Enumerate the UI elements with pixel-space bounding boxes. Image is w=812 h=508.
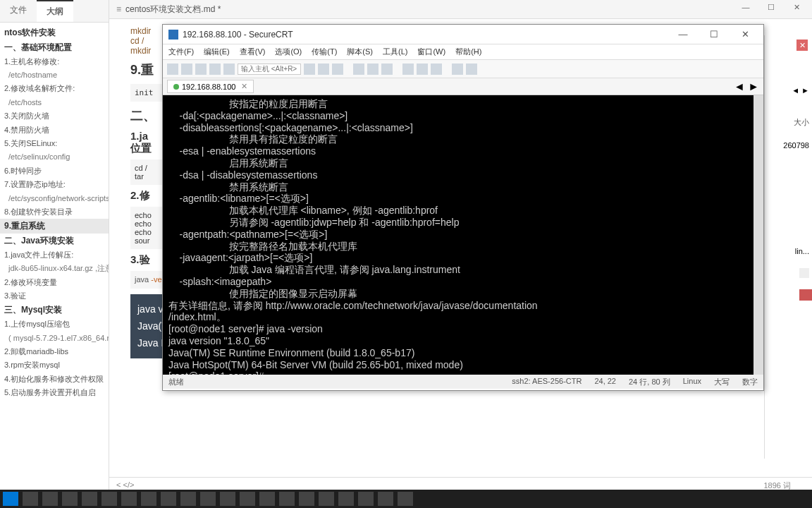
- copy-icon[interactable]: [304, 64, 315, 75]
- outline-item[interactable]: ntos软件安装: [0, 25, 109, 40]
- outline-item[interactable]: 4.初始化服务和修改文件权限: [0, 373, 109, 386]
- chrome-icon[interactable]: [121, 492, 137, 506]
- session-icon[interactable]: [195, 64, 207, 75]
- terminal-tabbar: 192.168.88.100 ✕ ◄ ►: [163, 78, 763, 95]
- outline-list[interactable]: ntos软件安装一、基础环境配置1.主机名称修改:/etc/hostname2.…: [0, 23, 109, 488]
- app6-icon[interactable]: [338, 492, 354, 506]
- sidebar-tabs: 文件 大纲: [0, 0, 109, 23]
- find-icon[interactable]: [332, 64, 343, 75]
- outline-item[interactable]: 5.启动服务并设置开机自启: [0, 386, 109, 399]
- windows-taskbar[interactable]: [0, 490, 812, 508]
- nav-arrows[interactable]: ◄ ►: [792, 86, 809, 95]
- menu-item[interactable]: 帮助(H): [455, 47, 481, 57]
- quick-connect-icon[interactable]: [181, 64, 192, 75]
- menu-item[interactable]: 工具(L): [383, 47, 407, 57]
- status-ready: 就绪: [168, 377, 184, 387]
- tab-outline[interactable]: 大纲: [37, 0, 73, 22]
- reconnect-icon[interactable]: [223, 64, 235, 75]
- term-max-button[interactable]: ☐: [701, 27, 727, 42]
- help-icon[interactable]: [452, 64, 463, 75]
- outline-item[interactable]: 2.修改环境变量: [0, 276, 109, 289]
- vscode-icon[interactable]: [180, 492, 196, 506]
- status-cursor-pos: 24, 22: [594, 377, 616, 387]
- terminal-scrollbar[interactable]: [753, 95, 763, 375]
- tab-files[interactable]: 文件: [0, 0, 37, 22]
- app-icon[interactable]: [161, 492, 176, 506]
- menu-item[interactable]: 选项(O): [275, 47, 302, 57]
- outline-item[interactable]: 8.创建软件安装目录: [0, 205, 109, 219]
- print-icon[interactable]: [353, 64, 364, 75]
- outline-item[interactable]: 3.验证: [0, 289, 109, 303]
- app3-icon[interactable]: [279, 492, 295, 506]
- outline-item[interactable]: 2.卸载mariadb-libs: [0, 345, 109, 358]
- outline-item[interactable]: 1.主机名称修改:: [0, 55, 109, 68]
- search-icon[interactable]: [23, 492, 38, 506]
- outline-subitem: /etc/hosts: [0, 96, 109, 109]
- session-tab-close[interactable]: ✕: [241, 82, 247, 91]
- outline-item[interactable]: 1.java文件上传解压:: [0, 248, 109, 262]
- connect-icon[interactable]: [167, 64, 178, 75]
- start-button[interactable]: [3, 492, 18, 506]
- screen-icon[interactable]: [367, 64, 379, 75]
- outline-item[interactable]: 2.修改域名解析文件:: [0, 82, 109, 95]
- terminal-titlebar[interactable]: 192.168.88.100 - SecureCRT — ☐ ✕: [163, 25, 763, 44]
- panel-close-button[interactable]: ✕: [796, 40, 808, 51]
- disconnect-icon[interactable]: [209, 64, 221, 75]
- outline-item[interactable]: 三、Mysql安装: [0, 303, 109, 318]
- menu-item[interactable]: 窗口(W): [417, 47, 445, 57]
- options-icon[interactable]: [402, 64, 414, 75]
- editor-min-button[interactable]: —: [737, 3, 754, 16]
- terminal-output[interactable]: 按指定的粒度启用断言 -da[:<packagename>...|:<class…: [163, 95, 763, 375]
- menu-item[interactable]: 文件(F): [168, 47, 194, 57]
- session-tab[interactable]: 192.168.88.100 ✕: [167, 80, 254, 93]
- term-icon[interactable]: [240, 492, 255, 506]
- tab-scroll-arrows[interactable]: ◄ ►: [734, 80, 759, 93]
- about-icon[interactable]: [466, 64, 477, 75]
- outline-item[interactable]: 5.关闭SELinux:: [0, 137, 109, 150]
- terminal-toolbar[interactable]: [163, 60, 763, 78]
- menu-item[interactable]: 脚本(S): [347, 47, 373, 57]
- outline-item[interactable]: 3.rpm安装mysql: [0, 358, 109, 372]
- app9-icon[interactable]: [398, 492, 413, 506]
- app4-icon[interactable]: [299, 492, 314, 506]
- term-min-button[interactable]: —: [670, 27, 696, 42]
- outline-item[interactable]: 二、Java环境安装: [0, 234, 109, 248]
- idea-icon[interactable]: [200, 492, 216, 506]
- editor-close-button[interactable]: ✕: [788, 3, 805, 16]
- lightbulb-icon[interactable]: [431, 64, 442, 75]
- menu-item[interactable]: 传输(T): [312, 47, 337, 57]
- app8-icon[interactable]: [378, 492, 393, 506]
- status-caps: 大写: [714, 377, 730, 387]
- paste-icon[interactable]: [318, 64, 329, 75]
- outline-item[interactable]: 1.上传mysql压缩包: [0, 318, 109, 331]
- typora-icon[interactable]: [220, 492, 235, 506]
- menu-item[interactable]: 编辑(E): [204, 47, 230, 57]
- outline-item[interactable]: 3.关闭防火墙: [0, 109, 109, 123]
- term-close-button[interactable]: ✕: [732, 27, 758, 42]
- outline-item[interactable]: 4.禁用防火墙: [0, 123, 109, 137]
- app2-icon[interactable]: [259, 492, 275, 506]
- app7-icon[interactable]: [358, 492, 374, 506]
- outline-item[interactable]: 9.重启系统: [0, 219, 109, 234]
- key-icon[interactable]: [417, 64, 428, 75]
- editor-max-button[interactable]: ☐: [763, 3, 780, 16]
- taskview-icon[interactable]: [62, 492, 78, 506]
- cortana-icon[interactable]: [42, 492, 58, 506]
- editor-titlebar[interactable]: ≡ centos环境安装文档.md * — ☐ ✕: [109, 0, 812, 19]
- transfer-icon[interactable]: [381, 64, 393, 75]
- menu-item[interactable]: 查看(V): [240, 47, 266, 57]
- outline-item[interactable]: 一、基础环境配置: [0, 40, 109, 55]
- host-input[interactable]: [238, 64, 301, 75]
- explorer-icon[interactable]: [82, 492, 97, 506]
- outline-subitem: /etc/sysconfig/network-scripts/ifcfg-ens…: [0, 192, 109, 205]
- lock-icon: [799, 268, 809, 278]
- app5-icon[interactable]: [319, 492, 334, 506]
- edge-icon[interactable]: [141, 492, 156, 506]
- store-icon[interactable]: [102, 492, 117, 506]
- outline-item[interactable]: 7.设置静态ip地址:: [0, 178, 109, 191]
- error-badge-icon: [799, 289, 812, 301]
- terminal-statusbar: 就绪 ssh2: AES-256-CTR 24, 22 24 行, 80 列 L…: [163, 375, 763, 389]
- outline-item[interactable]: 6.时钟同步: [0, 164, 109, 178]
- terminal-menubar[interactable]: 文件(F)编辑(E)查看(V)选项(O)传输(T)脚本(S)工具(L)窗口(W)…: [163, 44, 763, 60]
- securecrt-window[interactable]: 192.168.88.100 - SecureCRT — ☐ ✕ 文件(F)编辑…: [162, 24, 764, 391]
